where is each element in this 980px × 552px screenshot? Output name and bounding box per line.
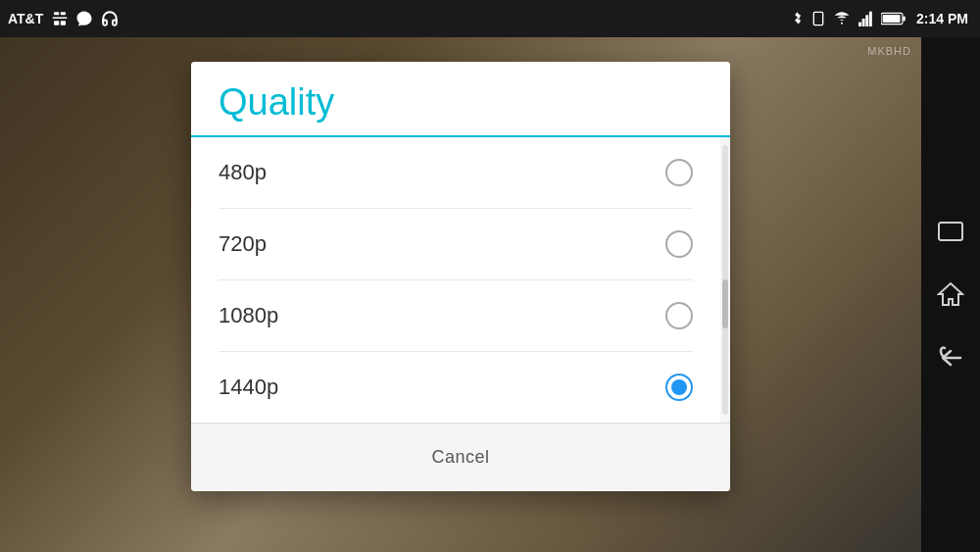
scroll-thumb[interactable] (722, 279, 728, 328)
option-720p-label: 720p (219, 231, 267, 257)
radio-1080p[interactable] (665, 302, 693, 329)
radio-1440p[interactable] (665, 374, 693, 401)
dialog-overlay: Quality 480p 720p 1080p (0, 0, 980, 552)
radio-720p[interactable] (665, 230, 693, 258)
option-1080p[interactable]: 1080p (219, 280, 693, 352)
radio-1440p-dot (671, 379, 687, 395)
options-container: 480p 720p 1080p 1440p (191, 137, 720, 423)
dialog-footer: Cancel (191, 423, 730, 491)
option-480p[interactable]: 480p (219, 137, 693, 209)
radio-480p[interactable] (665, 159, 693, 186)
cancel-button[interactable]: Cancel (191, 433, 730, 481)
option-720p[interactable]: 720p (219, 209, 693, 280)
dialog-scroll-area: 480p 720p 1080p 1440p (191, 137, 730, 423)
quality-dialog: Quality 480p 720p 1080p (191, 62, 730, 491)
dialog-title: Quality (219, 81, 703, 135)
dialog-header: Quality (191, 62, 730, 135)
option-480p-label: 480p (219, 160, 267, 185)
option-1440p[interactable]: 1440p (219, 352, 693, 423)
scroll-track[interactable] (722, 145, 728, 415)
option-1080p-label: 1080p (219, 303, 278, 328)
option-1440p-label: 1440p (219, 375, 278, 400)
